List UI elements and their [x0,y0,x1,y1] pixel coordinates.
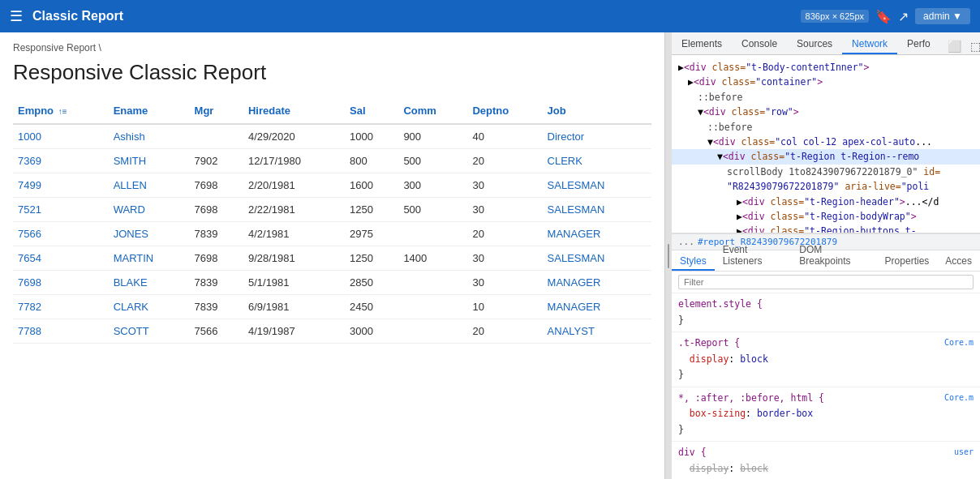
admin-button[interactable]: admin ▼ [915,8,970,24]
style-rule: Core.m*, :after, :before, html { box-siz… [672,387,980,443]
cell-mgr: 7839 [190,222,243,246]
cell-sal: 800 [345,149,398,173]
subtab-properties[interactable]: Properties [877,253,938,271]
cell-ename: SMITH [109,149,190,173]
resize-handle[interactable] [665,32,672,479]
cell-deptno: 20 [467,319,542,344]
table-row: 7782CLARK78396/9/1981245010MANAGER [13,295,651,319]
style-value[interactable]: block [740,463,768,474]
cell-empno: 7499 [13,173,109,198]
col-empno[interactable]: Empno ↑≡ [13,98,109,124]
tab-performance[interactable]: Perfo [897,35,940,54]
filter-input[interactable] [678,275,974,289]
dom-line[interactable]: ▼<div class="row"> [672,105,980,119]
dom-line[interactable]: ▶<div class="t-Region-bodyWrap"> [672,209,980,224]
hamburger-menu-icon[interactable]: ☰ [10,7,23,25]
app-title: Classic Report [32,9,123,24]
tab-sources[interactable]: Sources [787,35,842,54]
table-row: 7521WARD76982/22/1981125050030SALESMAN [13,198,651,222]
dom-line[interactable]: ::before [672,120,980,135]
cell-deptno: 30 [467,246,542,271]
col-comm[interactable]: Comm [398,98,467,124]
style-declaration: display: block [678,353,768,365]
devtools-panel: Elements Console Sources Network Perfo ⬜… [672,32,980,479]
style-value[interactable]: block [740,353,768,365]
subtab-event-listeners[interactable]: Event Listeners [715,242,792,271]
dom-line[interactable]: ▶<div class="t-Body-contentInner"> [672,60,980,75]
cell-job: SALESMAN [543,173,651,198]
cell-hiredate: 5/1/1981 [243,271,345,295]
cell-empno: 7788 [13,319,109,344]
dom-tree[interactable]: ▶<div class="t-Body-contentInner">▶<div … [672,55,980,233]
cell-empno: 7654 [13,246,109,271]
dom-line[interactable]: "R82439079672201879" aria-live="poli [672,179,980,194]
col-ename[interactable]: Ename [109,98,190,124]
dom-line[interactable]: ▶<div class="container"> [672,75,980,89]
style-selector: div { [678,447,707,458]
table-row: 7566JONES78394/2/1981297520MANAGER [13,222,651,246]
style-brace: } [678,314,684,326]
cell-ename: MARTIN [109,246,190,271]
dom-line[interactable]: ▼<div class="col col-12 apex-col-auto... [672,135,980,149]
cell-ename: ALLEN [109,173,190,198]
cell-ename: Ashish [109,124,190,149]
tab-elements[interactable]: Elements [672,35,732,54]
cell-mgr: 7698 [190,246,243,271]
cell-mgr: 7698 [190,198,243,222]
bookmark-icon[interactable]: 🔖 [875,9,892,24]
dom-line[interactable]: scrollBody 1to82439079672201879_0" id= [672,165,980,179]
cell-job: MANAGER [543,271,651,295]
dom-line[interactable]: ▼<div class="t-Region t-Region--remo [672,149,980,164]
table-row: 7499ALLEN76982/20/1981160030030SALESMAN [13,173,651,198]
page-title: Responsive Classic Report [13,60,651,85]
cell-deptno: 40 [467,124,542,149]
style-rule: userdiv { display: block} [672,442,980,479]
style-property: display [690,463,729,474]
share-icon[interactable]: ↗ [898,9,909,24]
col-hiredate[interactable]: Hiredate [243,98,345,124]
cell-hiredate: 9/28/1981 [243,246,345,271]
subtab-styles[interactable]: Styles [672,253,715,271]
subtab-accessibility[interactable]: Acces [937,253,980,271]
cell-hiredate: 4/19/1987 [243,319,345,344]
dom-line[interactable]: ▶<div class="t-Region-header">...</d [672,195,980,209]
dom-line[interactable]: ▶<div class="t-Region-buttons t- [672,224,980,233]
style-source[interactable]: user [954,445,974,459]
cell-comm: 500 [398,149,467,173]
device-icon[interactable]: ⬚ [968,38,980,54]
cell-empno: 7369 [13,149,109,173]
report-panel: Responsive Report \ Responsive Classic R… [0,32,665,479]
breadcrumb: Responsive Report \ [13,42,651,53]
cell-job: CLERK [543,149,651,173]
style-brace: } [678,424,684,435]
cell-job: MANAGER [543,295,651,319]
tab-console[interactable]: Console [732,35,787,54]
cell-deptno: 30 [467,271,542,295]
inspect-icon[interactable]: ⬜ [947,38,963,54]
style-source[interactable]: Core.m [944,336,974,349]
cell-comm: 1400 [398,246,467,271]
cell-deptno: 30 [467,173,542,198]
style-value[interactable]: border-box [757,408,813,419]
style-source[interactable]: Core.m [944,391,974,404]
tab-network[interactable]: Network [842,35,897,54]
col-mgr[interactable]: Mgr [190,98,243,124]
table-row: 7788SCOTT75664/19/1987300020ANALYST [13,319,651,344]
col-job[interactable]: Job [543,98,651,124]
cell-comm: 300 [398,173,467,198]
breadcrumb-link[interactable]: Responsive Report [13,42,96,53]
col-sal[interactable]: Sal [345,98,398,124]
cell-job: SALESMAN [543,246,651,271]
cell-deptno: 10 [467,295,542,319]
cell-sal: 1250 [345,198,398,222]
cell-sal: 1600 [345,173,398,198]
subtab-dom-breakpoints[interactable]: DOM Breakpoints [791,242,876,271]
dimension-badge: 836px × 625px [801,10,869,23]
dom-line[interactable]: ::before [672,90,980,105]
cell-hiredate: 6/9/1981 [243,295,345,319]
cell-ename: SCOTT [109,319,190,344]
cell-empno: 7566 [13,222,109,246]
cell-empno: 7782 [13,295,109,319]
style-property: box-sizing [690,408,746,419]
col-deptno[interactable]: Deptno [467,98,542,124]
